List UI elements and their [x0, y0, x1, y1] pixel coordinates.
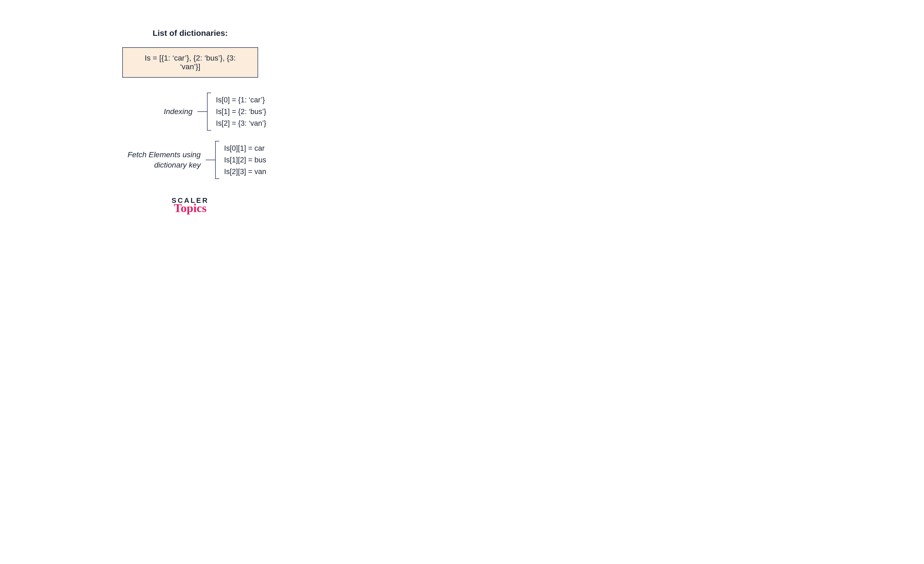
- fetch-label: Fetch Elements using dictionary key: [125, 150, 201, 170]
- connector-line: [198, 111, 207, 112]
- indexing-items: Is[0] = {1: ‘car’} Is[1] = {2: ‘bus’} Is…: [216, 96, 266, 128]
- connector: [198, 93, 216, 131]
- indexing-label: Indexing: [125, 106, 193, 117]
- connector-line: [206, 160, 215, 160]
- fetch-item: Is[0][1] = car: [224, 144, 266, 153]
- sections-wrap: Indexing Is[0] = {1: ‘car’} Is[1] = {2: …: [114, 93, 266, 189]
- bracket-icon: [215, 141, 219, 179]
- indexing-item: Is[0] = {1: ‘car’}: [216, 96, 266, 104]
- diagram-container: List of dictionaries: Is = [{1: ‘car’}, …: [0, 28, 380, 214]
- indexing-section: Indexing Is[0] = {1: ‘car’} Is[1] = {2: …: [114, 93, 266, 131]
- indexing-item: Is[2] = {3: ‘van’}: [216, 119, 266, 128]
- fetch-item: Is[1][2] = bus: [224, 156, 266, 164]
- fetch-item: Is[2][3] = van: [224, 168, 266, 176]
- connector: [206, 141, 224, 179]
- fetch-section: Fetch Elements using dictionary key Is[0…: [114, 141, 266, 179]
- diagram-title: List of dictionaries:: [153, 28, 228, 38]
- bracket-icon: [207, 93, 211, 131]
- fetch-items: Is[0][1] = car Is[1][2] = bus Is[2][3] =…: [224, 144, 266, 176]
- logo-bottom-text: Topics: [174, 202, 207, 214]
- scaler-logo: SCALER Topics: [172, 197, 209, 214]
- indexing-item: Is[1] = {2: ‘bus’}: [216, 108, 266, 116]
- code-box: Is = [{1: ‘car’}, {2: ‘bus’}, {3: ‘van’}…: [122, 47, 258, 78]
